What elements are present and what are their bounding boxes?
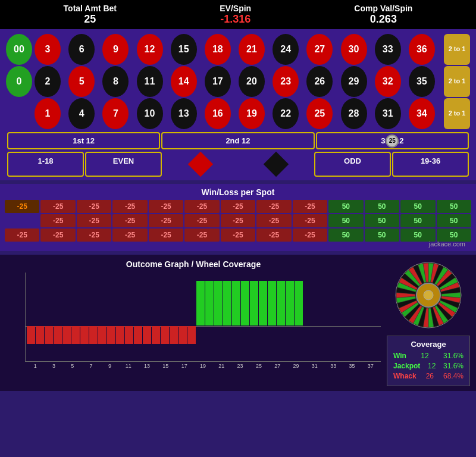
number-cell-20[interactable]: 20	[239, 66, 265, 97]
first-dozen[interactable]: 1st 12	[7, 132, 160, 149]
number-cell-24[interactable]: 24	[273, 34, 299, 65]
bar-26	[259, 281, 267, 325]
col-bet-mid[interactable]: 2 to 1	[444, 66, 470, 97]
x-label-9: 9	[101, 363, 118, 369]
number-cell-22[interactable]: 22	[273, 98, 299, 129]
col-bet-top[interactable]: 2 to 1	[444, 34, 470, 65]
coverage-title: Coverage	[393, 340, 464, 349]
graph-title: Outcome Graph / Wheel Coverage	[6, 259, 381, 269]
number-cell-25[interactable]: 25	[306, 98, 333, 129]
bar-23	[232, 281, 240, 325]
number-cell-21[interactable]: 21	[239, 34, 265, 65]
outcome-section: Outcome Graph / Wheel Coverage 60 40 20 …	[0, 255, 476, 391]
number-cell-1[interactable]: 1	[35, 98, 61, 129]
coverage-whack-count: 26	[426, 372, 434, 380]
svg-point-2	[424, 290, 433, 300]
number-cell-31[interactable]: 31	[375, 98, 401, 129]
even-bet[interactable]: EVEN	[85, 152, 162, 177]
number-cell-18[interactable]: 18	[205, 34, 231, 65]
number-cell-13[interactable]: 13	[171, 98, 197, 129]
low-bet[interactable]: 1-18	[7, 152, 84, 177]
coverage-whack-pct: 68.4%	[443, 372, 464, 380]
ev-spin-value: -1.316	[220, 13, 251, 26]
odd-bet[interactable]: ODD	[314, 152, 391, 177]
winloss-title: Win/Loss per Spot	[5, 187, 471, 197]
coverage-win-pct: 31.6%	[443, 352, 464, 360]
red-diamond-icon	[187, 152, 212, 177]
wl-cell-r2-c1: -25	[40, 228, 75, 242]
number-cell-16[interactable]: 16	[205, 98, 231, 129]
number-cell-11[interactable]: 11	[137, 66, 163, 97]
high-bet[interactable]: 19-36	[392, 152, 469, 177]
outside-row: 1-18 EVEN ODD 19-36	[6, 152, 470, 177]
number-cell-3[interactable]: 3	[35, 34, 61, 65]
bar-1	[36, 326, 44, 344]
wl-cell-r1-c12: 50	[437, 214, 471, 227]
number-cell-23[interactable]: 23	[273, 66, 299, 97]
bar-9	[107, 326, 115, 344]
x-label-11: 11	[120, 363, 137, 369]
double-zero-cell[interactable]: 00	[6, 34, 32, 65]
number-cell-12[interactable]: 12	[137, 34, 163, 65]
x-label-29: 29	[287, 363, 305, 369]
number-cell-6[interactable]: 6	[68, 34, 95, 65]
number-cell-36[interactable]: 36	[409, 34, 435, 65]
bar-19	[196, 281, 205, 325]
x-label-37: 37	[362, 363, 380, 369]
number-cell-4[interactable]: 4	[68, 98, 95, 129]
bar-10	[116, 326, 124, 344]
number-cell-14[interactable]: 14	[171, 66, 197, 97]
number-cell-32[interactable]: 32	[375, 66, 401, 97]
zero-column: 00 0	[6, 34, 32, 129]
number-cell-26[interactable]: 26	[306, 66, 333, 97]
black-diamond-bet[interactable]	[239, 152, 313, 177]
bar-12	[134, 326, 142, 344]
number-cell-27[interactable]: 27	[306, 34, 333, 65]
third-dozen[interactable]: 3rd 12 25	[316, 132, 469, 149]
x-label-25: 25	[250, 363, 268, 369]
wl-cell-r2-c6: -25	[221, 228, 255, 242]
wl-cell-r2-c4: -25	[149, 228, 183, 242]
number-cell-9[interactable]: 9	[102, 34, 129, 65]
number-cell-28[interactable]: 28	[341, 98, 367, 129]
bar-13	[143, 326, 151, 344]
col-bet-bot[interactable]: 2 to 1	[444, 98, 470, 129]
number-cell-17[interactable]: 17	[205, 66, 231, 97]
x-label-1: 1	[26, 363, 44, 369]
zero-cell[interactable]: 0	[6, 66, 32, 97]
number-cell-30[interactable]: 30	[341, 34, 367, 65]
comp-val-label: Comp Val/Spin	[354, 4, 412, 13]
number-cell-10[interactable]: 10	[137, 98, 163, 129]
number-cell-8[interactable]: 8	[102, 66, 129, 97]
ev-spin-col: EV/Spin -1.316	[220, 4, 251, 26]
bar-15	[161, 326, 169, 344]
number-cell-15[interactable]: 15	[171, 34, 197, 65]
total-amt-bet-value: 25	[64, 13, 117, 26]
coverage-whack-label: Whack	[393, 372, 416, 380]
number-cell-7[interactable]: 7	[102, 98, 129, 129]
number-cell-19[interactable]: 19	[239, 98, 265, 129]
coverage-win-label: Win	[393, 352, 406, 360]
x-label-27: 27	[268, 363, 286, 369]
number-cell-29[interactable]: 29	[341, 66, 367, 97]
bar-5	[71, 326, 80, 344]
red-diamond-bet[interactable]	[163, 152, 237, 177]
number-cell-5[interactable]: 5	[68, 66, 95, 97]
wl-cell-r2-c12: 50	[437, 228, 471, 242]
x-label-17: 17	[176, 363, 193, 369]
bar-24	[241, 281, 249, 325]
number-cell-34[interactable]: 34	[409, 98, 435, 129]
wl-cell-r1-c3: -25	[112, 214, 147, 227]
wl-cell-r1-c11: 50	[400, 214, 435, 227]
graph-area: Outcome Graph / Wheel Coverage 60 40 20 …	[6, 259, 381, 386]
number-cell-33[interactable]: 33	[375, 34, 401, 65]
second-dozen[interactable]: 2nd 12	[161, 132, 314, 149]
winloss-section: Win/Loss per Spot -25-25-25-25-25-25-25-…	[0, 184, 476, 251]
x-label-19: 19	[194, 363, 212, 369]
dozen-row: 1st 12 2nd 12 3rd 12 25	[6, 132, 470, 149]
number-cell-35[interactable]: 35	[409, 66, 435, 97]
number-cell-2[interactable]: 2	[35, 66, 61, 97]
right-panel: Coverage Win 12 31.6% Jackpot 12 31.6% W…	[387, 259, 470, 386]
x-label-35: 35	[343, 363, 361, 369]
bar-29	[286, 281, 294, 325]
